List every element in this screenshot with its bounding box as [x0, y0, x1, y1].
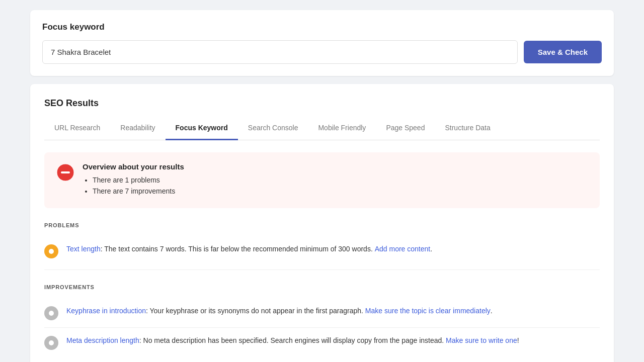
problem-icon-inner [49, 249, 54, 254]
problem-icon-orange [44, 244, 58, 258]
tab-focus-keyword[interactable]: Focus Keyword [166, 119, 238, 140]
overview-box: Overview about your results There are 1 … [44, 152, 600, 208]
problems-section: PROBLEMS Text length: The text contains … [44, 222, 600, 274]
improvement-icon-inner-1 [49, 311, 54, 316]
improvement-desc-2: : No meta description has been specified… [139, 336, 446, 344]
tab-url-research[interactable]: URL Research [44, 119, 110, 140]
improvement-text-meta-desc: Meta description length: No meta descrip… [66, 335, 600, 346]
tab-search-console[interactable]: Search Console [238, 119, 308, 140]
problems-list: Text length: The text contains 7 words. … [44, 236, 600, 270]
improvement-icon-gray-1 [44, 306, 58, 320]
overview-title: Overview about your results [83, 162, 184, 171]
tab-mobile-friendly[interactable]: Mobile Friendly [308, 119, 376, 140]
problem-desc-1: : The text contains 7 words. This is far… [101, 245, 375, 253]
improvement-keyword-meta-desc[interactable]: Meta description length [66, 336, 139, 344]
improvement-action-keyphrase[interactable]: Make sure the topic is clear immediately [365, 307, 491, 315]
keyword-input-row: Save & Check [42, 40, 602, 64]
seo-results-title: SEO Results [44, 98, 600, 109]
problems-label: PROBLEMS [44, 222, 600, 228]
improvement-row-meta-desc: Meta description length: No meta descrip… [44, 328, 600, 357]
problem-keyword-text-length[interactable]: Text length [66, 245, 101, 253]
tab-content-focus-keyword: Overview about your results There are 1 … [44, 140, 600, 362]
improvement-icon-inner-2 [49, 340, 54, 345]
improvements-label: IMPROVEMENTS [44, 284, 600, 290]
tab-page-speed[interactable]: Page Speed [376, 119, 435, 140]
improvement-action-meta-desc[interactable]: Make sure to write one [446, 336, 517, 344]
seo-results-section: SEO Results URL Research Readability Foc… [30, 84, 614, 362]
focus-keyword-input[interactable] [42, 40, 518, 64]
focus-keyword-title: Focus keyword [42, 22, 602, 32]
tab-structure-data[interactable]: Structure Data [435, 119, 500, 140]
improvement-row-keyphrase: Keyphrase in introduction: Your keyphras… [44, 298, 600, 328]
improvement-icon-gray-2 [44, 336, 58, 350]
focus-keyword-section: Focus keyword Save & Check [30, 10, 614, 76]
improvement-desc-1: : Your keyphrase or its synonyms do not … [146, 307, 365, 315]
overview-item-improvements: There are 7 improvements [93, 187, 184, 195]
tabs-bar: URL Research Readability Focus Keyword S… [44, 119, 600, 140]
problem-action-add-content[interactable]: Add more content [375, 245, 431, 253]
problem-text-text-length: Text length: The text contains 7 words. … [66, 243, 600, 254]
tab-readability[interactable]: Readability [110, 119, 165, 140]
overview-content: Overview about your results There are 1 … [83, 162, 184, 198]
problem-desc-2: . [430, 245, 432, 253]
overview-item-problems: There are 1 problems [93, 176, 184, 184]
overview-list: There are 1 problems There are 7 improve… [83, 176, 184, 195]
problem-row-text-length: Text length: The text contains 7 words. … [44, 236, 600, 265]
improvement-desc-2b: ! [517, 336, 519, 344]
save-check-button[interactable]: Save & Check [524, 41, 602, 63]
improvements-section: IMPROVEMENTS Keyphrase in introduction: … [44, 284, 600, 362]
improvement-desc-1b: . [491, 307, 493, 315]
improvement-keyword-keyphrase[interactable]: Keyphrase in introduction [66, 307, 146, 315]
svg-rect-1 [61, 171, 70, 173]
improvement-text-keyphrase: Keyphrase in introduction: Your keyphras… [66, 305, 600, 316]
no-entry-icon [56, 163, 74, 182]
